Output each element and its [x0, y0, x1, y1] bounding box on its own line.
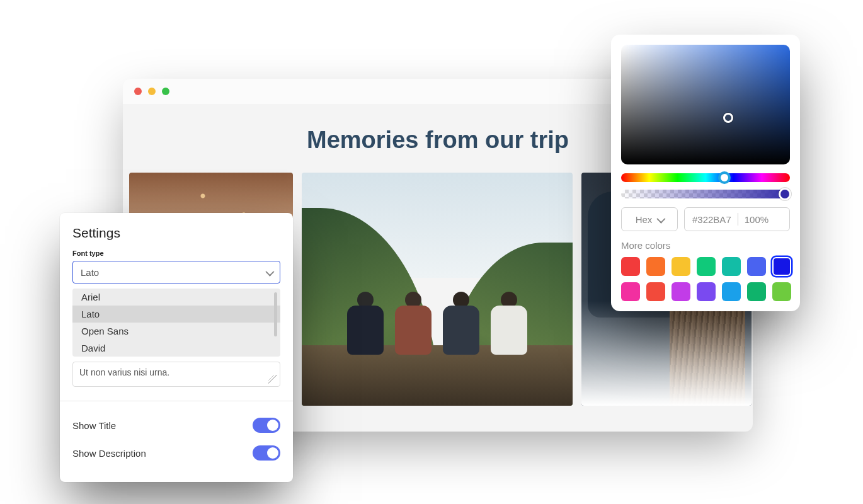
- hex-value: #322BA7: [692, 214, 731, 225]
- settings-panel: Settings Font type Lato Ariel Lato Open …: [60, 213, 293, 482]
- alpha-slider[interactable]: [621, 190, 790, 198]
- divider: [60, 401, 293, 401]
- color-picker-panel: Hex #322BA7 100% More colors: [611, 35, 800, 311]
- swatch-grid: [621, 257, 790, 301]
- color-swatch[interactable]: [621, 257, 640, 276]
- color-swatch[interactable]: [697, 257, 716, 276]
- color-swatch[interactable]: [697, 282, 716, 301]
- color-swatch[interactable]: [722, 282, 741, 301]
- chevron-down-icon: [657, 214, 663, 225]
- font-option[interactable]: Ariel: [72, 289, 280, 306]
- minimize-icon[interactable]: [148, 88, 156, 95]
- settings-heading: Settings: [72, 226, 280, 241]
- close-icon[interactable]: [134, 88, 142, 95]
- alpha-handle-icon[interactable]: [779, 188, 791, 200]
- show-title-label: Show Title: [72, 420, 116, 431]
- color-swatch[interactable]: [621, 282, 640, 301]
- font-option[interactable]: Open Sans: [72, 323, 280, 340]
- color-value-input[interactable]: #322BA7 100%: [684, 207, 790, 231]
- font-option[interactable]: David: [72, 340, 280, 357]
- sv-handle-icon[interactable]: [723, 113, 733, 123]
- color-format-value: Hex: [636, 214, 653, 225]
- font-option[interactable]: Lato: [72, 306, 280, 323]
- description-value: Ut non varius nisi urna.: [79, 367, 169, 377]
- show-description-toggle[interactable]: [253, 445, 280, 461]
- font-type-value: Lato: [81, 267, 99, 278]
- more-colors-label: More colors: [621, 240, 790, 251]
- color-swatch[interactable]: [772, 282, 791, 301]
- maximize-icon[interactable]: [162, 88, 169, 95]
- gallery-image[interactable]: [302, 173, 573, 406]
- font-type-select[interactable]: Lato: [72, 261, 280, 284]
- color-swatch[interactable]: [747, 257, 766, 276]
- color-swatch[interactable]: [772, 257, 791, 276]
- description-textarea[interactable]: Ut non varius nisi urna.: [72, 362, 280, 387]
- font-type-label: Font type: [72, 249, 280, 257]
- chevron-down-icon: [266, 267, 272, 278]
- color-swatch[interactable]: [672, 282, 690, 301]
- color-swatch[interactable]: [672, 257, 690, 276]
- hue-slider[interactable]: [621, 173, 790, 182]
- hue-handle-icon[interactable]: [718, 171, 731, 184]
- color-swatch[interactable]: [646, 282, 665, 301]
- alpha-value: 100%: [745, 214, 769, 225]
- color-swatch[interactable]: [722, 257, 741, 276]
- font-type-dropdown: Ariel Lato Open Sans David: [72, 289, 280, 357]
- show-title-toggle[interactable]: [253, 418, 280, 433]
- color-swatch[interactable]: [747, 282, 766, 301]
- color-swatch[interactable]: [646, 257, 665, 276]
- color-format-select[interactable]: Hex: [621, 207, 678, 231]
- divider: [738, 213, 738, 226]
- show-description-label: Show Description: [72, 448, 146, 459]
- saturation-value-field[interactable]: [621, 45, 790, 164]
